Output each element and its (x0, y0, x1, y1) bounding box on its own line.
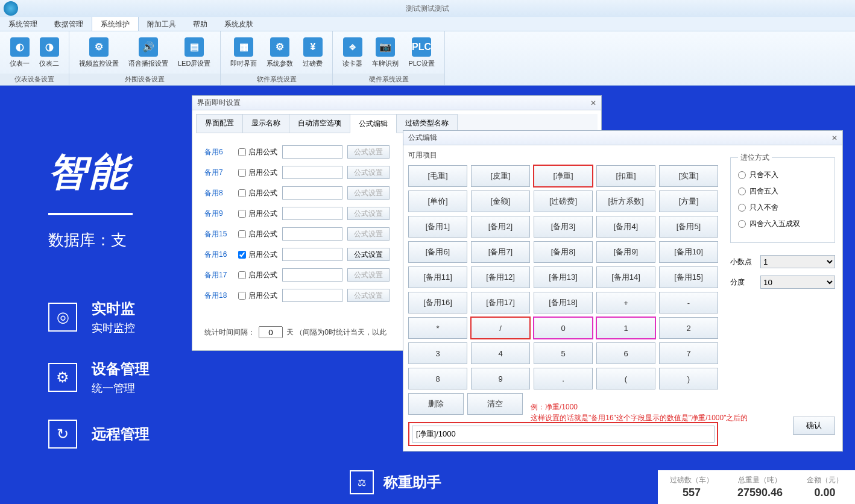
rounding-option-1[interactable]: 四舍五入 (738, 186, 827, 197)
calc-button[interactable]: [扣重] (596, 165, 655, 187)
calc-button[interactable]: - (659, 292, 718, 313)
calc-button[interactable]: ) (659, 368, 718, 389)
formula-settings-button[interactable]: 公式设置 (347, 289, 390, 302)
menu-data-manage[interactable]: 数据管理 (46, 17, 92, 31)
formula-settings-button[interactable]: 公式设置 (347, 207, 390, 220)
formula-value-input[interactable] (282, 268, 342, 282)
calc-button[interactable]: [皮重] (471, 165, 530, 187)
calc-button[interactable]: [备用8] (534, 241, 593, 263)
enable-formula-checkbox[interactable] (238, 271, 246, 279)
ribbon-btn-fee[interactable]: ¥过磅费 (298, 36, 327, 69)
calc-button[interactable]: [备用2] (471, 216, 530, 238)
clear-button[interactable]: 清空 (467, 393, 523, 415)
enable-formula-checkbox[interactable] (238, 292, 246, 300)
menu-system-maintain[interactable]: 系统维护 (92, 17, 139, 31)
calc-button[interactable]: 3 (408, 342, 467, 364)
enable-formula-checkbox[interactable] (238, 148, 246, 156)
enable-formula-checkbox[interactable] (238, 210, 246, 218)
enable-formula-checkbox-wrap[interactable]: 启用公式 (238, 209, 277, 219)
ribbon-btn-interface[interactable]: ▦即时界面 (226, 36, 262, 69)
calc-button[interactable]: [备用17] (471, 292, 530, 313)
ribbon-btn-meter2[interactable]: ◑仪表二 (34, 36, 64, 69)
calc-button[interactable]: [折方系数] (596, 191, 655, 212)
formula-settings-button[interactable]: 公式设置 (347, 186, 390, 200)
dialog1-titlebar[interactable]: 界面即时设置 ✕ (192, 96, 601, 110)
formula-value-input[interactable] (282, 207, 342, 220)
formula-value-input[interactable] (282, 227, 342, 241)
stats-interval-input[interactable] (259, 326, 283, 338)
dialog2-titlebar[interactable]: 公式编辑 ✕ (403, 131, 842, 145)
rounding-option-3[interactable]: 四舍六入五成双 (738, 219, 827, 229)
enable-formula-checkbox-wrap[interactable]: 启用公式 (238, 270, 277, 280)
calc-button[interactable]: 2 (659, 317, 718, 339)
tab-formula-edit[interactable]: 公式编辑 (350, 115, 397, 133)
calc-button[interactable]: 5 (534, 342, 593, 364)
formula-value-input[interactable] (282, 186, 342, 200)
enable-formula-checkbox-wrap[interactable]: 启用公式 (238, 291, 277, 301)
calc-button[interactable]: [备用1] (408, 216, 467, 238)
ribbon-btn-meter1[interactable]: ◐仪表一 (5, 36, 34, 69)
calc-button[interactable]: [备用6] (408, 241, 467, 263)
calc-button[interactable]: [备用5] (659, 216, 718, 238)
calc-button[interactable]: [过磅费] (534, 191, 593, 212)
menu-system-manage[interactable]: 系统管理 (0, 17, 46, 31)
calc-button[interactable]: [备用4] (596, 216, 655, 238)
calc-button[interactable]: 1 (596, 317, 655, 339)
confirm-button[interactable]: 确认 (793, 417, 835, 435)
menu-addon-tools[interactable]: 附加工具 (139, 17, 185, 31)
tab-auto-clear[interactable]: 自动清空选项 (289, 114, 350, 133)
menu-help[interactable]: 帮助 (185, 17, 216, 31)
enable-formula-checkbox-wrap[interactable]: 启用公式 (238, 229, 277, 239)
enable-formula-checkbox[interactable] (238, 169, 246, 177)
calc-button[interactable]: [备用10] (659, 241, 718, 263)
dialog1-close-icon[interactable]: ✕ (590, 99, 596, 107)
calc-button[interactable]: 8 (408, 368, 467, 389)
calc-button[interactable]: 7 (659, 342, 718, 364)
formula-value-input[interactable] (282, 289, 342, 302)
calc-button[interactable]: 9 (471, 368, 530, 389)
formula-settings-button[interactable]: 公式设置 (347, 268, 390, 282)
formula-input[interactable] (412, 426, 715, 443)
dialog2-close-icon[interactable]: ✕ (831, 134, 838, 142)
enable-formula-checkbox-wrap[interactable]: 启用公式 (238, 147, 277, 157)
calc-button[interactable]: [方量] (659, 191, 718, 212)
calc-button[interactable]: [毛重] (408, 165, 467, 187)
formula-settings-button[interactable]: 公式设置 (347, 227, 390, 241)
calc-button[interactable]: + (596, 292, 655, 313)
calc-button[interactable]: [金额] (471, 191, 530, 212)
formula-value-input[interactable] (282, 166, 342, 179)
menu-skin[interactable]: 系统皮肤 (216, 17, 262, 31)
enable-formula-checkbox-wrap[interactable]: 启用公式 (238, 188, 277, 198)
enable-formula-checkbox-wrap[interactable]: 启用公式 (238, 168, 277, 178)
enable-formula-checkbox[interactable] (238, 189, 246, 197)
calc-button[interactable]: 4 (471, 342, 530, 364)
calc-button[interactable]: [净重] (534, 165, 593, 187)
enable-formula-checkbox[interactable] (238, 230, 246, 238)
tab-interface-config[interactable]: 界面配置 (196, 114, 243, 133)
formula-settings-button[interactable]: 公式设置 (347, 248, 390, 261)
formula-settings-button[interactable]: 公式设置 (347, 166, 390, 179)
calc-button[interactable]: 0 (534, 317, 593, 339)
calc-button[interactable]: . (534, 368, 593, 389)
ribbon-btn-voice[interactable]: 🔊语音播报设置 (124, 36, 173, 69)
calc-button[interactable]: [备用12] (471, 266, 530, 288)
formula-settings-button[interactable]: 公式设置 (347, 145, 390, 159)
calc-button[interactable]: [备用14] (596, 266, 655, 288)
calc-button[interactable]: [备用11] (408, 266, 467, 288)
calc-button[interactable]: [备用9] (596, 241, 655, 263)
calc-button[interactable]: ( (596, 368, 655, 389)
ribbon-btn-reader[interactable]: ⎆读卡器 (338, 36, 367, 69)
calc-button[interactable]: [备用13] (534, 266, 593, 288)
calc-button[interactable]: / (471, 317, 530, 339)
enable-formula-checkbox[interactable] (238, 251, 246, 259)
ribbon-btn-led[interactable]: ▤LED屏设置 (173, 36, 215, 69)
scale-select[interactable]: 10 (760, 276, 835, 289)
delete-button[interactable]: 删除 (408, 393, 464, 415)
calc-button[interactable]: [备用18] (534, 292, 593, 313)
calc-button[interactable]: [单价] (408, 191, 467, 212)
tab-display-name[interactable]: 显示名称 (242, 114, 289, 133)
calc-button[interactable]: [备用3] (534, 216, 593, 238)
calc-button[interactable]: 6 (596, 342, 655, 364)
ribbon-btn-params[interactable]: ⚙系统参数 (262, 36, 298, 69)
calc-button[interactable]: [备用16] (408, 292, 467, 313)
